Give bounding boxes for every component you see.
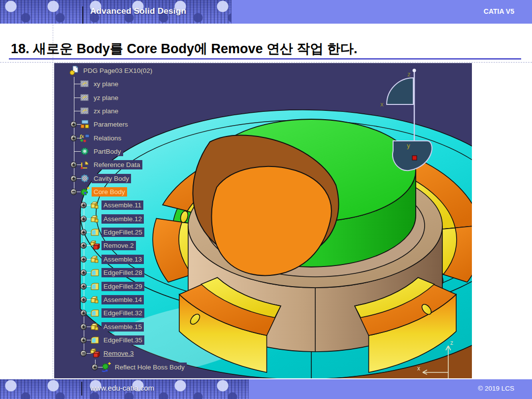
horizontal-guide-line [0,62,532,63]
tree-item-label: Assemble.15 [101,322,144,332]
expander-minus-icon[interactable]: − [70,189,77,195]
footer-separator-line [81,382,82,396]
expander-plus-icon[interactable]: + [70,135,77,141]
header-separator-line [82,6,83,24]
assemble-icon [89,213,100,224]
tree-item-edgefillet-25[interactable]: +EdgeFillet.25 [69,226,472,239]
tree-item-edgefillet-32[interactable]: +EdgeFillet.32 [69,306,472,320]
remove-icon [89,240,100,251]
tree-item-label: EdgeFillet.28 [101,268,144,277]
tree-item-pdg-page03-ex10-02[interactable]: PDG Page03 EX10(02) [69,64,472,77]
expander-plus-icon[interactable]: + [80,242,87,249]
assemble-icon [89,321,100,332]
tree-item-edgefillet-35[interactable]: +EdgeFillet.35 [69,333,472,347]
tree-item-label: EdgeFillet.35 [101,335,144,345]
tree-item-label: EdgeFillet.32 [101,308,144,318]
tree-item-assemble-13[interactable]: +Assemble.13 [69,253,472,266]
expander-plus-icon[interactable]: + [80,283,87,290]
expander-plus-icon[interactable]: + [80,256,87,263]
catia-viewport[interactable]: x y z z x PDG Page03 EX10(02)xy planeyz … [54,63,472,378]
tree-item-label: Relations [92,133,123,143]
expander-plus-icon[interactable]: + [80,324,87,330]
expander-plus-icon[interactable]: + [80,202,87,208]
catia-brand-label: CATIA V5 [484,7,514,15]
course-title: Advanced Solid Design [90,6,186,16]
tree-item-label: Reference Data [92,160,142,169]
tree-item-assemble-14[interactable]: +Assemble.14 [69,293,472,306]
copyright-label: © 2019 LCS [478,385,514,392]
assemble-icon [89,254,100,265]
tree-item-label: Remove.3 [101,349,136,358]
tree-item-parameters[interactable]: +Parameters [69,118,472,131]
relations-icon [79,133,90,143]
tree-item-assemble-15[interactable]: +Assemble.15 [69,320,472,333]
tree-item-label: EdgeFillet.25 [101,228,144,237]
tree-item-label: Assemble.11 [101,200,143,210]
tree-item-label: yz plane [92,93,120,102]
slide-header: Advanced Solid Design CATIA V5 [0,0,532,24]
expander-plus-icon[interactable]: + [80,229,87,235]
expander-plus-icon[interactable]: + [70,162,77,168]
slide-footer: www.edu-catia.com © 2019 LCS [0,379,532,399]
fillet-icon [89,227,100,237]
expander-plus-icon[interactable]: + [70,175,77,182]
step-title: 18. 새로운 Body를 Core Body에 Remove 연산 작업 한다… [11,40,358,58]
tree-item-label: PartBody [92,147,123,156]
tree-item-remove-2[interactable]: +Remove.2 [69,239,472,252]
reference-icon [79,159,90,170]
tree-item-assemble-11[interactable]: +Assemble.11 [69,199,472,212]
tree-item-label: EdgeFillet.29 [101,282,144,291]
remove-icon [89,348,100,359]
tree-item-cavity-body[interactable]: +Cavity Body [69,172,472,185]
expander-plus-icon[interactable]: + [70,121,77,128]
tree-item-label: Assemble.13 [101,255,144,264]
tree-item-label: PDG Page03 EX10(02) [81,66,154,75]
tree-item-edgefillet-29[interactable]: +EdgeFillet.29 [69,280,472,293]
expander-minus-icon[interactable]: − [80,350,87,357]
plane-icon [79,92,90,103]
cavity-icon [79,173,90,184]
tree-item-xy-plane[interactable]: xy plane [69,77,472,91]
tree-item-reflect-hole-boss-body[interactable]: +Reflect Hole Boss Body [69,361,472,374]
expander-plus-icon[interactable]: + [80,310,87,316]
tree-item-zx-plane[interactable]: zx plane [69,104,472,118]
fillet-icon [89,334,100,345]
tree-item-remove-3[interactable]: −Remove.3 [69,347,472,360]
website-link[interactable]: www.edu-catia.com [90,384,154,392]
tree-item-label: Parameters [92,120,130,129]
tree-item-yz-plane[interactable]: yz plane [69,91,472,104]
tree-item-label: Reflect Hole Boss Body [113,363,187,372]
core-icon [79,186,90,197]
tree-item-reference-data[interactable]: +Reference Data [69,158,472,171]
spec-tree: PDG Page03 EX10(02)xy planeyz planezx pl… [69,64,472,377]
assemble-icon [89,294,100,305]
tree-item-edgefillet-28[interactable]: +EdgeFillet.28 [69,266,472,279]
expander-plus-icon[interactable]: + [80,337,87,343]
tree-item-label: zx plane [92,106,120,116]
reflect-icon [100,362,111,372]
tree-item-label: Cavity Body [92,174,131,183]
tree-item-label: Core Body [92,187,127,197]
expander-plus-icon[interactable]: + [80,216,87,222]
slide-page: Advanced Solid Design CATIA V5 18. 새로운 B… [0,0,532,399]
vertical-guide-line [53,0,53,399]
expander-plus-icon[interactable]: + [92,364,98,370]
tree-item-core-body[interactable]: −Core Body [69,185,472,199]
tree-item-partbody[interactable]: PartBody [69,145,472,158]
fillet-icon [89,281,100,292]
plane-icon [79,105,90,116]
plane-icon [79,78,90,89]
parameters-icon [79,119,90,130]
tree-item-relations[interactable]: +Relations [69,132,472,145]
expander-plus-icon[interactable]: + [80,297,87,303]
assemble-icon [89,200,100,210]
tree-item-label: xy plane [92,79,120,89]
expander-plus-icon[interactable]: + [80,269,87,276]
part-icon [69,65,80,76]
tree-item-label: Assemble.14 [101,295,144,304]
fillet-icon [89,267,100,278]
partbody-icon [79,146,90,157]
title-underline-rule [9,58,521,60]
tree-item-assemble-12[interactable]: +Assemble.12 [69,212,472,226]
tree-item-label: Remove.2 [101,241,136,250]
